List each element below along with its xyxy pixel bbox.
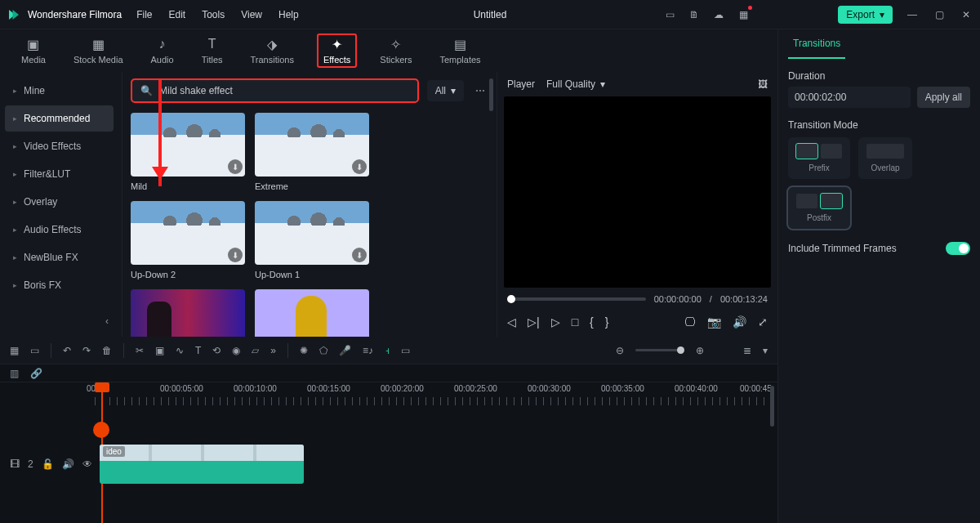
search-box[interactable]: 🔍 xyxy=(131,78,419,103)
sidebar-label: Boris FX xyxy=(24,279,61,291)
download-icon[interactable]: ⬇ xyxy=(228,248,243,262)
download-icon[interactable]: ⬇ xyxy=(352,248,367,262)
stop-icon[interactable]: □ xyxy=(572,315,578,329)
apps-grid-icon[interactable]: ▦ xyxy=(737,8,750,21)
ruler-label: 00:00:35:00 xyxy=(601,384,644,393)
effect-thumb[interactable]: ⬇Mild xyxy=(131,113,245,191)
zoom-out-icon[interactable]: ⊖ xyxy=(616,345,624,356)
caption-icon[interactable]: ▭ xyxy=(401,345,410,356)
tab-transitions[interactable]: ⬗Transitions xyxy=(246,35,299,66)
menu-file[interactable]: File xyxy=(136,9,152,20)
timeline-settings-icon[interactable]: ▥ xyxy=(10,368,19,379)
duration-input[interactable]: 00:00:02:00 xyxy=(788,87,911,108)
tab-stickers[interactable]: ✧Stickers xyxy=(375,35,416,66)
mark-in-icon[interactable]: { xyxy=(590,315,594,329)
effect-thumb[interactable]: ⬇Up-Down 1 xyxy=(255,201,369,279)
caret-icon: ▸ xyxy=(13,253,17,262)
sidebar-item-audio-effects[interactable]: ▸Audio Effects xyxy=(5,217,114,243)
timeline-ruler[interactable]: 00:00 00:00:05:00 00:00:10:00 00:00:15:0… xyxy=(95,382,777,409)
redo-icon[interactable]: ↷ xyxy=(82,345,91,356)
undo-icon[interactable]: ↶ xyxy=(63,345,71,356)
tab-audio[interactable]: ♪Audio xyxy=(146,35,179,66)
minimize-button[interactable]: — xyxy=(904,9,920,20)
mode-overlap[interactable]: Overlap xyxy=(858,137,912,179)
maximize-button[interactable]: ▢ xyxy=(932,9,947,20)
save-icon[interactable]: 🗎 xyxy=(688,8,701,21)
split-icon[interactable]: ✂ xyxy=(136,345,144,356)
tab-media[interactable]: ▣Media xyxy=(16,35,51,66)
apply-all-button[interactable]: Apply all xyxy=(917,87,970,108)
download-icon[interactable]: ⬇ xyxy=(228,159,243,174)
menu-edit[interactable]: Edit xyxy=(169,9,186,20)
timeline-scrollbar[interactable] xyxy=(770,386,774,427)
sidebar-item-overlay[interactable]: ▸Overlay xyxy=(5,189,114,215)
visibility-icon[interactable]: 👁 xyxy=(82,458,92,470)
more-options-icon[interactable]: ⋯ xyxy=(472,82,488,100)
download-icon[interactable]: ⬇ xyxy=(352,159,367,174)
layout-icon[interactable]: ▦ xyxy=(10,345,19,356)
zoom-in-icon[interactable]: ⊕ xyxy=(696,345,704,356)
menu-tools[interactable]: Tools xyxy=(202,9,225,20)
sidebar-collapse-button[interactable]: ‹ xyxy=(2,311,117,332)
mic-icon[interactable]: 🎤 xyxy=(339,345,351,356)
mute-icon[interactable]: 🔊 xyxy=(62,458,74,470)
search-input[interactable] xyxy=(159,85,409,96)
sidebar-item-newblue[interactable]: ▸NewBlue FX xyxy=(5,244,114,270)
select-tool-icon[interactable]: ▭ xyxy=(30,345,39,356)
link-icon[interactable]: 🔗 xyxy=(30,368,42,379)
effect-thumb[interactable]: ⬇Up-Down 2 xyxy=(131,201,245,279)
lock-icon[interactable]: 🔓 xyxy=(42,458,54,470)
sidebar-label: Mine xyxy=(24,85,45,96)
cloud-icon[interactable]: ☁ xyxy=(712,8,725,21)
sidebar-item-filter-lut[interactable]: ▸Filter&LUT xyxy=(5,161,114,187)
zoom-slider[interactable] xyxy=(635,349,684,351)
tab-stock-media[interactable]: ▦Stock Media xyxy=(69,35,128,66)
audio-sync-icon[interactable]: ≡♪ xyxy=(363,345,373,356)
trim-toggle[interactable] xyxy=(946,242,970,255)
inspector-tab-transitions[interactable]: Transitions xyxy=(788,29,845,59)
crop-icon[interactable]: ▣ xyxy=(155,345,164,356)
delete-icon[interactable]: 🗑 xyxy=(102,345,112,356)
tab-effects[interactable]: ✦Effects xyxy=(317,34,357,68)
tab-templates[interactable]: ▤Templates xyxy=(434,35,485,66)
menu-help[interactable]: Help xyxy=(278,9,299,20)
seek-slider[interactable] xyxy=(507,297,646,301)
scrollbar[interactable] xyxy=(489,78,493,111)
effect-thumb[interactable]: ⬇Extreme xyxy=(255,113,369,191)
render-preview-icon[interactable]: ▭ xyxy=(663,8,676,21)
tab-titles[interactable]: TTitles xyxy=(197,35,228,66)
sidebar-item-boris[interactable]: ▸Boris FX xyxy=(5,272,114,298)
close-button[interactable]: ✕ xyxy=(959,9,973,20)
display-icon[interactable]: 🖵 xyxy=(684,315,696,329)
video-clip[interactable]: ideo xyxy=(100,445,304,484)
menu-view[interactable]: View xyxy=(241,9,262,20)
player-viewport[interactable] xyxy=(504,96,771,288)
track-video-icon[interactable]: 🎞 xyxy=(10,458,20,470)
volume-icon[interactable]: 🔊 xyxy=(733,315,746,329)
track-view-icon[interactable]: ≣ xyxy=(743,345,751,356)
play-icon[interactable]: ▷ xyxy=(551,315,560,329)
speed-icon[interactable]: ∿ xyxy=(176,345,184,356)
mask-icon[interactable]: ▱ xyxy=(252,345,259,356)
keyframe-icon[interactable]: ✺ xyxy=(300,345,308,356)
sidebar-item-recommended[interactable]: ▸Recommended xyxy=(5,105,114,132)
marker-icon[interactable]: ⬠ xyxy=(319,345,327,356)
refresh-icon[interactable]: ⟲ xyxy=(212,345,220,356)
quality-dropdown[interactable]: Full Quality▾ xyxy=(546,78,605,90)
color-icon[interactable]: ◉ xyxy=(232,345,240,356)
prev-frame-icon[interactable]: ◁ xyxy=(507,315,516,329)
mode-prefix[interactable]: Prefix xyxy=(788,137,850,179)
filter-dropdown[interactable]: All ▾ xyxy=(427,80,464,101)
text-icon[interactable]: T xyxy=(195,345,201,356)
export-button[interactable]: Export ▾ xyxy=(838,6,893,24)
mode-postfix[interactable]: Postfix xyxy=(788,187,850,229)
snapshot-icon[interactable]: 🖼 xyxy=(758,78,768,90)
fullscreen-icon[interactable]: ⤢ xyxy=(758,315,768,329)
sidebar-item-mine[interactable]: ▸Mine xyxy=(5,78,114,104)
more-tools-icon[interactable]: » xyxy=(270,345,276,356)
play-from-start-icon[interactable]: ▷| xyxy=(528,315,540,329)
sidebar-item-video-effects[interactable]: ▸Video Effects xyxy=(5,133,114,159)
auto-ripple-icon[interactable]: ⫞ xyxy=(385,345,390,356)
camera-icon[interactable]: 📷 xyxy=(707,315,721,329)
mark-out-icon[interactable]: } xyxy=(605,315,609,329)
